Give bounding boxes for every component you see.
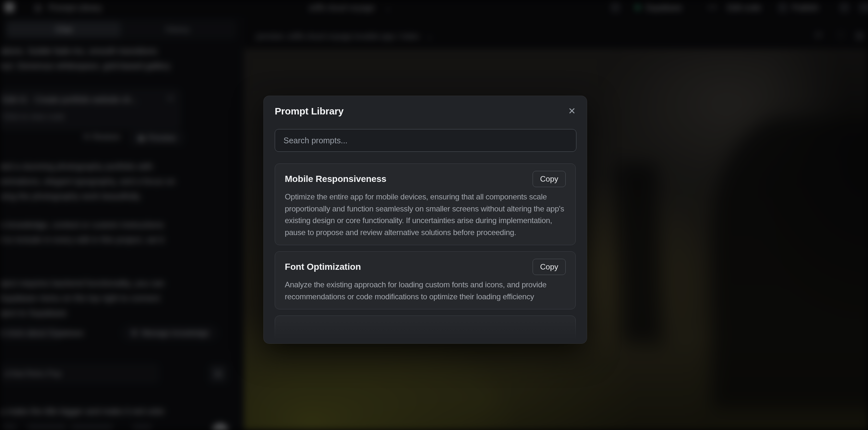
prompt-title: Mobile Responsiveness — [285, 174, 386, 184]
prompt-card-partial — [275, 315, 576, 344]
prompt-list: Mobile Responsiveness Copy Optimize the … — [275, 163, 576, 343]
prompt-title: Font Optimization — [285, 262, 361, 272]
copy-button[interactable]: Copy — [533, 259, 566, 275]
prompt-library-modal: Prompt Library ✕ Mobile Responsiveness C… — [264, 96, 587, 344]
prompt-description: Analyze the existing approach for loadin… — [285, 279, 566, 303]
prompt-card: Font Optimization Copy Analyze the exist… — [275, 251, 576, 309]
modal-title: Prompt Library — [275, 106, 343, 117]
search-input[interactable] — [275, 129, 577, 152]
close-icon[interactable]: ✕ — [568, 106, 576, 116]
prompt-card: Mobile Responsiveness Copy Optimize the … — [275, 163, 576, 245]
prompt-description: Optimize the entire app for mobile devic… — [285, 191, 566, 238]
copy-button[interactable]: Copy — [533, 171, 566, 187]
